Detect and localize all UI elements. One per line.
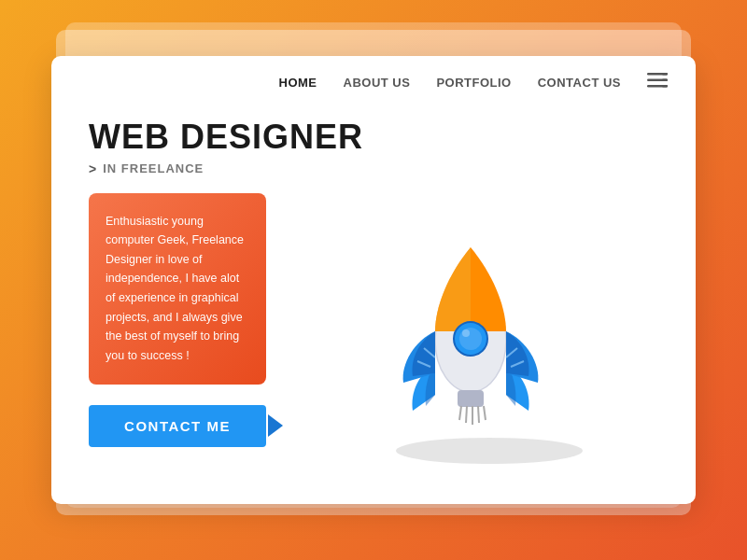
hamburger-icon[interactable] xyxy=(647,73,668,92)
svg-rect-4 xyxy=(662,79,668,82)
rocket-svg xyxy=(368,219,573,447)
left-column: Enthusiastic young computer Geek, Freela… xyxy=(89,193,283,447)
lower-content: Enthusiastic young computer Geek, Freela… xyxy=(89,193,658,473)
navbar: HOME ABOUT US PORTFOLIO CONTACT US xyxy=(51,56,696,92)
svg-rect-3 xyxy=(662,73,668,76)
svg-line-14 xyxy=(478,406,479,423)
hero-content: WEB DESIGNER > IN FREELANCE Enthusiastic… xyxy=(51,92,696,473)
svg-point-9 xyxy=(462,329,470,337)
info-card: Enthusiastic young computer Geek, Freela… xyxy=(89,193,266,385)
svg-line-12 xyxy=(466,406,467,423)
nav-contact[interactable]: CONTACT US xyxy=(538,76,621,90)
svg-point-8 xyxy=(459,328,482,350)
contact-btn-arrow-icon xyxy=(268,414,283,437)
outer-wrapper: HOME ABOUT US PORTFOLIO CONTACT US WEB D… xyxy=(47,37,700,523)
svg-line-11 xyxy=(459,406,461,420)
contact-me-button[interactable]: CONTACT ME xyxy=(89,405,266,447)
svg-line-15 xyxy=(484,406,486,420)
nav-portfolio[interactable]: PORTFOLIO xyxy=(436,76,511,90)
main-card: HOME ABOUT US PORTFOLIO CONTACT US WEB D… xyxy=(51,56,696,504)
nav-home[interactable]: HOME xyxy=(279,76,317,90)
rocket-illustration xyxy=(283,193,658,473)
subtitle-row: > IN FREELANCE xyxy=(89,161,658,176)
contact-btn-row: CONTACT ME xyxy=(89,405,283,447)
nav-about[interactable]: ABOUT US xyxy=(344,76,411,90)
svg-rect-5 xyxy=(662,85,668,88)
page-title: WEB DESIGNER xyxy=(89,119,658,156)
info-card-text: Enthusiastic young computer Geek, Freela… xyxy=(106,212,249,366)
subtitle-text: IN FREELANCE xyxy=(103,161,204,175)
subtitle-arrow-icon: > xyxy=(89,161,97,176)
svg-rect-10 xyxy=(458,390,484,407)
